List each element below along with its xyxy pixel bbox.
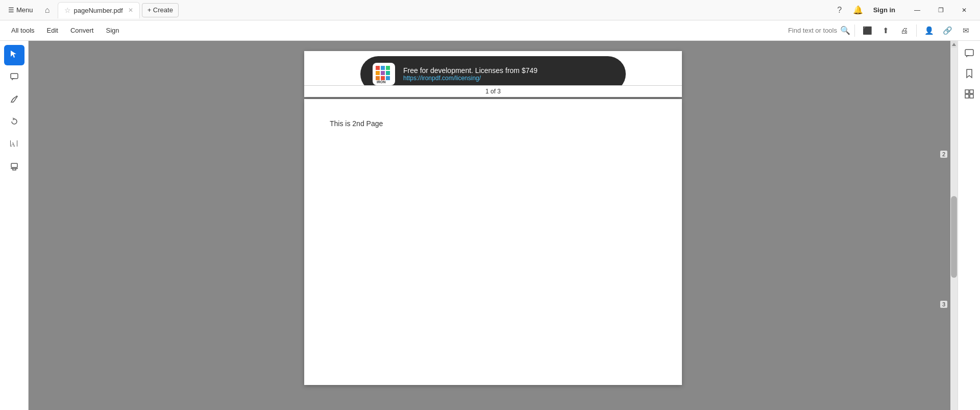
draw-tool-button[interactable]	[4, 90, 24, 110]
select-tool-button[interactable]	[4, 45, 24, 65]
pdf-scrollbar[interactable]	[950, 41, 958, 410]
svg-rect-14	[386, 76, 390, 80]
pen-icon	[10, 94, 19, 106]
title-bar: ☰ Menu ⌂ ☆ pageNumber.pdf ✕ + Create ? 🔔…	[0, 0, 980, 20]
mail-icon: ✉	[963, 26, 969, 35]
link-button[interactable]: 🔗	[939, 22, 955, 39]
svg-rect-18	[965, 90, 969, 93]
search-icon[interactable]: 🔍	[840, 26, 850, 35]
ironpdf-text: Free for development. Licenses from $749…	[403, 66, 614, 82]
cursor-icon	[10, 50, 19, 61]
bookmark-icon	[964, 68, 974, 81]
page-2-content: This is 2nd Page	[304, 99, 682, 148]
notification-button[interactable]: 🔔	[851, 3, 865, 17]
divider-2	[916, 25, 917, 37]
pdf-page-2: This is 2nd Page	[304, 99, 682, 385]
close-window-button[interactable]: ✕	[952, 2, 976, 18]
pdf-area: IRON PDF Free for development. Licenses …	[29, 41, 958, 410]
svg-rect-17	[965, 50, 973, 56]
comment-icon	[10, 72, 19, 84]
page-2-label: 2	[940, 151, 947, 158]
upload-button[interactable]: ⬆	[877, 22, 894, 39]
help-icon: ?	[837, 6, 842, 15]
link-icon: 🔗	[943, 26, 952, 35]
pdf-scroll-area[interactable]: IRON PDF Free for development. Licenses …	[29, 41, 958, 410]
close-window-icon: ✕	[962, 7, 967, 14]
svg-rect-11	[386, 71, 390, 75]
save-icon: ⬛	[863, 26, 872, 35]
rotate-icon	[10, 117, 19, 129]
right-sidebar	[958, 41, 980, 410]
scrollbar-thumb[interactable]	[951, 196, 957, 278]
pages-panel-button[interactable]	[960, 86, 978, 104]
mail-button[interactable]: ✉	[958, 22, 974, 39]
pdf-tab[interactable]: ☆ pageNumber.pdf ✕	[58, 2, 140, 18]
minimize-button[interactable]: —	[905, 2, 929, 18]
maximize-icon: ❐	[938, 7, 944, 14]
menu-convert[interactable]: Convert	[65, 24, 99, 37]
rotate-tool-button[interactable]	[4, 112, 24, 133]
comments-panel-button[interactable]	[960, 45, 978, 63]
window-controls: — ❐ ✕	[905, 2, 976, 18]
svg-rect-7	[381, 66, 385, 70]
banner-link-text[interactable]: https://ironpdf.com/licensing/	[403, 75, 614, 82]
share-button[interactable]: 👤	[921, 22, 937, 39]
page-2-text: This is 2nd Page	[330, 119, 656, 128]
ironpdf-logo: IRON PDF	[373, 63, 395, 85]
svg-marker-0	[11, 51, 16, 58]
svg-text:A: A	[11, 141, 15, 148]
close-tab-icon[interactable]: ✕	[128, 7, 133, 14]
print-icon: 🖨	[900, 26, 908, 35]
pdf-page-1: IRON PDF Free for development. Licenses …	[304, 51, 682, 97]
maximize-button[interactable]: ❐	[929, 2, 952, 18]
search-area: Find text or tools 🔍	[788, 26, 850, 35]
create-label: + Create	[148, 6, 173, 14]
create-button[interactable]: + Create	[142, 3, 179, 17]
svg-rect-4	[17, 140, 17, 147]
svg-rect-21	[970, 94, 973, 98]
text-tool-button[interactable]: A	[4, 135, 24, 155]
svg-rect-1	[11, 74, 18, 79]
upload-icon: ⬆	[883, 26, 889, 35]
comment-tool-button[interactable]	[4, 67, 24, 88]
page-number-labels: 2 3	[940, 151, 947, 308]
sign-in-button[interactable]: Sign in	[869, 4, 899, 16]
stamp-icon	[10, 162, 19, 174]
bookmarks-panel-button[interactable]	[960, 65, 978, 84]
svg-rect-19	[970, 90, 973, 93]
svg-rect-5	[11, 163, 17, 167]
search-text: Find text or tools	[788, 27, 837, 34]
hamburger-icon: ☰	[8, 6, 14, 14]
comments-icon	[964, 48, 974, 61]
divider-1	[854, 25, 855, 37]
menu-label: Menu	[16, 6, 33, 14]
page-3-label: 3	[940, 301, 947, 308]
left-toolbar: A	[0, 41, 29, 410]
svg-rect-8	[386, 66, 390, 70]
minimize-icon: —	[914, 7, 920, 14]
menu-bar: All tools Edit Convert Sign Find text or…	[0, 20, 980, 41]
menu-button[interactable]: ☰ Menu	[4, 4, 37, 16]
save-button[interactable]: ⬛	[859, 22, 875, 39]
banner-main-text: Free for development. Licenses from $749	[403, 66, 614, 75]
favorite-icon: ☆	[64, 6, 71, 14]
svg-rect-20	[965, 94, 969, 98]
svg-text:IRON: IRON	[377, 80, 386, 84]
home-button[interactable]: ⌂	[39, 2, 56, 18]
page-number-bar: 1 of 3	[304, 85, 682, 97]
menu-edit[interactable]: Edit	[42, 24, 63, 37]
print-button[interactable]: 🖨	[896, 22, 912, 39]
tab-title: pageNumber.pdf	[74, 7, 123, 14]
menu-sign[interactable]: Sign	[101, 24, 124, 37]
home-icon: ⌂	[45, 6, 50, 15]
stamp-tool-button[interactable]	[4, 157, 24, 178]
help-button[interactable]: ?	[832, 3, 847, 17]
grid-icon	[964, 89, 974, 102]
text-select-icon: A	[10, 139, 19, 151]
menu-all-tools[interactable]: All tools	[6, 24, 40, 37]
svg-rect-13	[381, 76, 385, 80]
scrollbar-top-arrow[interactable]	[951, 41, 957, 48]
bell-icon: 🔔	[853, 5, 863, 15]
title-bar-right: ? 🔔 Sign in	[832, 3, 899, 17]
svg-rect-12	[376, 76, 380, 80]
